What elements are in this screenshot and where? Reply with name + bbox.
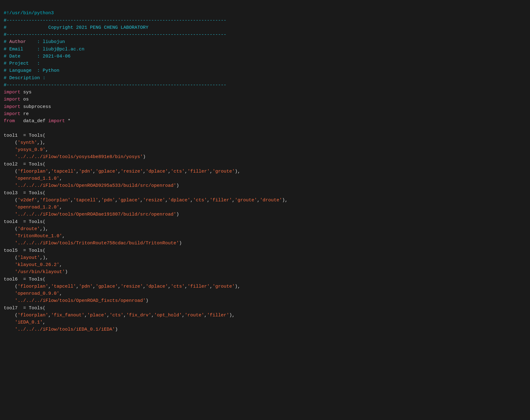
description-line: # Description : xyxy=(4,75,45,81)
tool3-def: tool3 = Tools( ('v2def','floorplan','tap… xyxy=(4,191,288,217)
shebang-line: #!/usr/bin/python3 xyxy=(4,11,54,16)
tool4-def: tool4 = Tools( ('droute',), 'TritonRoute… xyxy=(4,219,182,246)
date-line: # Date : 2021-04-06 xyxy=(4,54,71,59)
tool7-def: tool7 = Tools( ('floorplan','fix_fanout'… xyxy=(4,306,235,332)
email-line: # Email : liubj@pcl.ac.cn xyxy=(4,47,84,52)
import-sys: import xyxy=(4,90,20,95)
import-re: import xyxy=(4,111,20,117)
language-line: # Language : Python xyxy=(4,68,59,73)
separator-3: #---------------------------------------… xyxy=(4,83,226,88)
from-import: from xyxy=(4,118,15,124)
separator-2: #---------------------------------------… xyxy=(4,32,226,37)
tool6-def: tool6 = Tools( ('floorplan','tapcell','p… xyxy=(4,277,240,304)
code-container: #!/usr/bin/python3 #--------------------… xyxy=(4,2,526,333)
tool2-def: tool2 = Tools( ('floorplan','tapcell','p… xyxy=(4,162,240,189)
tool1-def: tool1 = Tools( ('synth',), 'yosys_0.9', … xyxy=(4,133,146,160)
project-line: # Project : xyxy=(4,61,40,66)
author-line: # Author : liubojun xyxy=(4,39,65,45)
tool5-def: tool5 = Tools( ('layout',), 'klayout_0.2… xyxy=(4,248,68,275)
import-os: import xyxy=(4,97,20,102)
import-subprocess: import xyxy=(4,104,20,109)
copyright-line: # Copyright 2021 PENG CHENG LABORATORY xyxy=(4,25,148,30)
separator-1: #---------------------------------------… xyxy=(4,18,226,23)
